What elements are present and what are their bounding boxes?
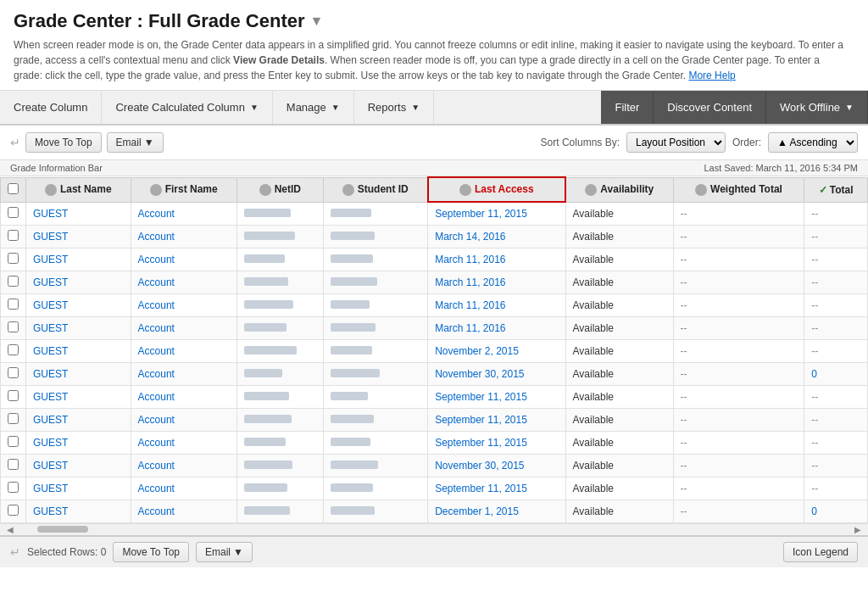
work-offline-button[interactable]: Work Offline ▼	[766, 91, 868, 124]
row-checkbox[interactable]	[8, 413, 19, 424]
row-checkbox[interactable]	[8, 505, 19, 516]
row-checkbox-cell[interactable]	[1, 477, 26, 500]
title-dropdown-icon[interactable]: ▼	[310, 14, 324, 29]
first-name-cell[interactable]: Account	[131, 500, 236, 522]
first-name-cell[interactable]: Account	[131, 408, 236, 431]
row-checkbox[interactable]	[8, 367, 19, 378]
select-all-checkbox[interactable]	[8, 183, 19, 194]
create-column-button[interactable]: Create Column	[0, 91, 102, 124]
last-name-link[interactable]: GUEST	[33, 208, 68, 220]
row-checkbox[interactable]	[8, 482, 19, 493]
first-name-link[interactable]: Account	[138, 276, 175, 288]
row-checkbox-cell[interactable]	[1, 293, 26, 316]
reports-button[interactable]: Reports ▼	[354, 91, 434, 124]
filter-button[interactable]: Filter	[601, 91, 654, 124]
total-link[interactable]: 0	[811, 505, 817, 517]
last-name-link[interactable]: GUEST	[33, 437, 68, 449]
row-checkbox[interactable]	[8, 207, 19, 218]
total-cell[interactable]: 0	[804, 362, 868, 385]
first-name-cell[interactable]: Account	[131, 202, 236, 225]
row-checkbox[interactable]	[8, 230, 19, 241]
row-checkbox-cell[interactable]	[1, 500, 26, 522]
icon-legend-button[interactable]: Icon Legend	[783, 542, 858, 562]
row-checkbox[interactable]	[8, 276, 19, 287]
first-name-cell[interactable]: Account	[131, 271, 236, 293]
last-name-link[interactable]: GUEST	[33, 231, 68, 243]
row-checkbox-cell[interactable]	[1, 454, 26, 477]
first-name-link[interactable]: Account	[138, 483, 175, 494]
col-header-netid[interactable]: NetID	[236, 177, 323, 202]
first-name-cell[interactable]: Account	[131, 316, 236, 339]
row-checkbox-cell[interactable]	[1, 339, 26, 362]
discover-content-button[interactable]: Discover Content	[654, 91, 766, 124]
row-checkbox-cell[interactable]	[1, 385, 26, 408]
col-header-last-access[interactable]: Last Access	[428, 177, 565, 202]
last-name-link[interactable]: GUEST	[33, 322, 68, 334]
row-checkbox-cell[interactable]	[1, 271, 26, 293]
total-cell[interactable]: 0	[804, 500, 868, 522]
row-checkbox[interactable]	[8, 344, 19, 355]
total-link[interactable]: 0	[811, 368, 817, 380]
last-name-link[interactable]: GUEST	[33, 299, 68, 311]
order-select[interactable]: ▲ Ascending	[768, 132, 858, 153]
last-name-link[interactable]: GUEST	[33, 414, 68, 426]
last-name-link[interactable]: GUEST	[33, 483, 68, 494]
horizontal-scrollbar[interactable]: ◀ ▶	[0, 523, 868, 535]
first-name-cell[interactable]: Account	[131, 339, 236, 362]
row-checkbox-cell[interactable]	[1, 225, 26, 248]
bottom-move-to-top-button[interactable]: Move To Top	[113, 542, 189, 562]
first-name-link[interactable]: Account	[138, 391, 175, 403]
more-help-link[interactable]: More Help	[688, 70, 735, 81]
scroll-thumb[interactable]	[37, 526, 88, 533]
first-name-link[interactable]: Account	[138, 208, 175, 220]
col-header-first-name[interactable]: First Name	[131, 177, 236, 202]
first-name-link[interactable]: Account	[138, 345, 175, 357]
row-checkbox-cell[interactable]	[1, 431, 26, 454]
first-name-cell[interactable]: Account	[131, 362, 236, 385]
row-checkbox[interactable]	[8, 459, 19, 470]
last-name-link[interactable]: GUEST	[33, 276, 68, 288]
first-name-link[interactable]: Account	[138, 414, 175, 426]
first-name-link[interactable]: Account	[138, 254, 175, 265]
row-checkbox-cell[interactable]	[1, 202, 26, 225]
last-name-link[interactable]: GUEST	[33, 345, 68, 357]
first-name-link[interactable]: Account	[138, 505, 175, 517]
email-button[interactable]: Email ▼	[107, 132, 164, 153]
last-name-link[interactable]: GUEST	[33, 460, 68, 472]
last-name-link[interactable]: GUEST	[33, 368, 68, 380]
row-checkbox-cell[interactable]	[1, 248, 26, 271]
first-name-link[interactable]: Account	[138, 299, 175, 311]
first-name-cell[interactable]: Account	[131, 385, 236, 408]
col-header-student-id[interactable]: Student ID	[323, 177, 427, 202]
col-header-total[interactable]: ✓Total	[804, 177, 868, 202]
col-header-last-name[interactable]: Last Name	[26, 177, 131, 202]
col-header-weighted-total[interactable]: Weighted Total	[673, 177, 804, 202]
last-name-link[interactable]: GUEST	[33, 254, 68, 265]
row-checkbox[interactable]	[8, 321, 19, 332]
first-name-cell[interactable]: Account	[131, 477, 236, 500]
first-name-cell[interactable]: Account	[131, 293, 236, 316]
create-calculated-column-button[interactable]: Create Calculated Column ▼	[102, 91, 272, 124]
scroll-right-icon[interactable]: ▶	[854, 525, 861, 534]
col-header-availability[interactable]: Availability	[565, 177, 673, 202]
row-checkbox-cell[interactable]	[1, 408, 26, 431]
last-name-link[interactable]: GUEST	[33, 391, 68, 403]
first-name-link[interactable]: Account	[138, 231, 175, 243]
first-name-cell[interactable]: Account	[131, 431, 236, 454]
first-name-link[interactable]: Account	[138, 460, 175, 472]
last-name-link[interactable]: GUEST	[33, 505, 68, 517]
row-checkbox-cell[interactable]	[1, 362, 26, 385]
move-to-top-button[interactable]: Move To Top	[25, 132, 102, 153]
sort-select[interactable]: Layout Position	[626, 132, 726, 153]
row-checkbox[interactable]	[8, 436, 19, 447]
bottom-email-button[interactable]: Email ▼	[196, 542, 253, 562]
row-checkbox[interactable]	[8, 253, 19, 264]
row-checkbox[interactable]	[8, 299, 19, 310]
first-name-link[interactable]: Account	[138, 368, 175, 380]
first-name-link[interactable]: Account	[138, 437, 175, 449]
first-name-link[interactable]: Account	[138, 322, 175, 334]
first-name-cell[interactable]: Account	[131, 225, 236, 248]
row-checkbox[interactable]	[8, 390, 19, 401]
first-name-cell[interactable]: Account	[131, 454, 236, 477]
manage-button[interactable]: Manage ▼	[273, 91, 354, 124]
